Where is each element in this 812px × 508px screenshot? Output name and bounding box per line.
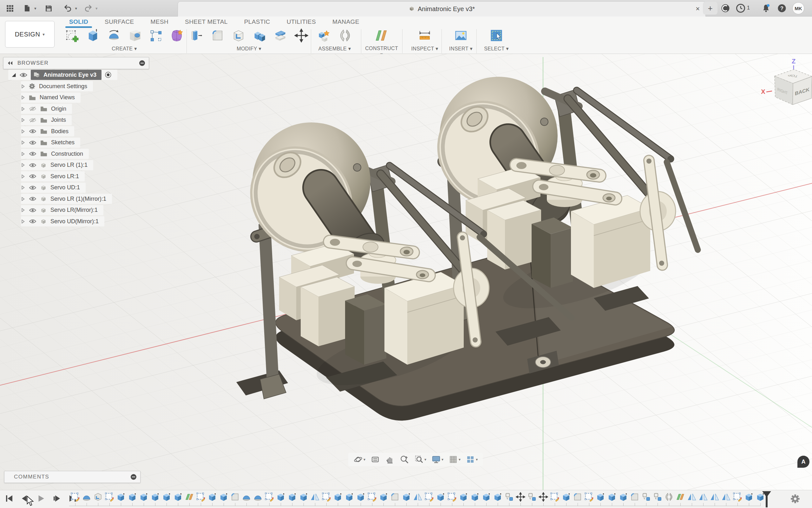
panel-options-icon[interactable] bbox=[139, 60, 145, 66]
timeline-feature-sketch[interactable] bbox=[105, 492, 114, 502]
browser-item-joints[interactable]: Joints bbox=[21, 115, 72, 125]
browser-item-construction[interactable]: Construction bbox=[21, 149, 89, 159]
timeline-feature-fillet[interactable] bbox=[390, 492, 400, 502]
timeline-feature-revolve[interactable] bbox=[253, 492, 262, 502]
ribbon-tab-solid[interactable]: SOLID bbox=[61, 18, 96, 26]
new-component-icon[interactable] bbox=[317, 28, 332, 43]
timeline-feature-copy[interactable] bbox=[653, 492, 662, 502]
timeline-feature-sketch[interactable] bbox=[447, 492, 457, 502]
move-copy-icon[interactable] bbox=[294, 28, 309, 43]
timeline-feature-sketch[interactable] bbox=[424, 492, 434, 502]
nav-orbit-icon[interactable]: ▾ bbox=[352, 455, 367, 464]
measure-icon[interactable] bbox=[417, 28, 432, 43]
timeline-go-to-start-button[interactable] bbox=[4, 493, 14, 504]
collapse-panel-icon[interactable] bbox=[7, 61, 13, 65]
timeline-feature-mirror[interactable] bbox=[710, 492, 719, 502]
timeline-feature-sketch[interactable] bbox=[265, 492, 274, 502]
insert-image-icon[interactable] bbox=[453, 28, 469, 43]
disclosure-triangle-icon[interactable] bbox=[11, 73, 16, 77]
ribbon-tab-mesh[interactable]: MESH bbox=[143, 18, 177, 26]
timeline-feature-extrude[interactable] bbox=[173, 492, 183, 502]
disclosure-triangle-icon[interactable] bbox=[21, 84, 25, 88]
redo-icon[interactable] bbox=[83, 3, 93, 13]
timeline-playhead[interactable] bbox=[760, 491, 774, 508]
timeline-feature-extrude[interactable] bbox=[379, 492, 388, 502]
nav-look-at-icon[interactable] bbox=[369, 455, 382, 464]
timeline-feature-joint[interactable] bbox=[664, 492, 674, 502]
visibility-eye-icon[interactable] bbox=[29, 208, 37, 213]
timeline-feature-move[interactable] bbox=[516, 492, 525, 502]
activate-radio-icon[interactable] bbox=[105, 71, 112, 78]
ribbon-tab-surface[interactable]: SURFACE bbox=[96, 18, 143, 26]
disclosure-triangle-icon[interactable] bbox=[21, 208, 25, 212]
timeline-feature-copy[interactable] bbox=[504, 492, 514, 502]
comments-options-icon[interactable] bbox=[131, 474, 136, 480]
visibility-eye-icon[interactable] bbox=[29, 219, 37, 224]
select-group-label[interactable]: SELECT ▾ bbox=[478, 46, 515, 52]
timeline-feature-extrude[interactable] bbox=[139, 492, 149, 502]
timeline-feature-fillet[interactable] bbox=[573, 492, 582, 502]
timeline-feature-revolve[interactable] bbox=[242, 492, 251, 502]
browser-item-root[interactable]: Animatronic Eye v3 bbox=[8, 70, 117, 80]
disclosure-triangle-icon[interactable] bbox=[21, 152, 25, 156]
timeline-feature-extrude[interactable] bbox=[219, 492, 229, 502]
browser-item-bodies[interactable]: Bodies bbox=[21, 126, 74, 136]
browser-item-named-views[interactable]: Named Views bbox=[21, 93, 81, 103]
ribbon-tab-utilities[interactable]: UTILITIES bbox=[279, 18, 324, 26]
browser-item-origin[interactable]: Origin bbox=[21, 104, 72, 114]
select-icon[interactable] bbox=[489, 28, 504, 43]
timeline-feature-extrude[interactable] bbox=[207, 492, 217, 502]
visibility-eye-icon[interactable] bbox=[29, 118, 37, 123]
browser-item-servo-lr-1[interactable]: Servo LR:1 bbox=[21, 171, 85, 181]
ribbon-tab-plastic[interactable]: PLASTIC bbox=[236, 18, 279, 26]
timeline-feature-extrude[interactable] bbox=[482, 492, 491, 502]
avatar[interactable]: MK bbox=[792, 2, 804, 14]
timeline-feature-sketch[interactable] bbox=[367, 492, 377, 502]
disclosure-triangle-icon[interactable] bbox=[21, 197, 25, 201]
hole-icon[interactable] bbox=[127, 28, 143, 43]
timeline-feature-fillet[interactable] bbox=[630, 492, 640, 502]
inspect-group-label[interactable]: INSPECT ▾ bbox=[407, 46, 443, 52]
timeline-feature-extrude[interactable] bbox=[150, 492, 160, 502]
nav-grid-settings-icon[interactable]: ▾ bbox=[447, 455, 462, 464]
timeline-settings-gear-icon[interactable] bbox=[790, 494, 800, 505]
timeline-feature-mirror[interactable] bbox=[310, 492, 320, 502]
disclosure-triangle-icon[interactable] bbox=[21, 107, 25, 111]
timeline-feature-extrude[interactable] bbox=[162, 492, 171, 502]
extensions-icon[interactable] bbox=[719, 3, 731, 14]
timeline-feature-extrude[interactable] bbox=[607, 492, 617, 502]
notifications-bell-icon[interactable] bbox=[760, 3, 772, 14]
construct-plane-icon[interactable] bbox=[374, 28, 389, 43]
document-tab[interactable]: Animatronic Eye v3* × bbox=[177, 1, 706, 16]
timeline-feature-extrude[interactable] bbox=[299, 492, 308, 502]
timeline-feature-fillet[interactable] bbox=[230, 492, 240, 502]
ribbon-tab-manage[interactable]: MANAGE bbox=[324, 18, 368, 26]
file-menu-icon[interactable] bbox=[22, 3, 32, 13]
insert-group-label[interactable]: INSERT ▾ bbox=[443, 46, 479, 52]
nav-zoom-icon[interactable] bbox=[398, 455, 411, 464]
browser-item-servo-lr-1-mirror-1[interactable]: Servo LR (1)(Mirror):1 bbox=[21, 194, 112, 204]
nav-display-settings-icon[interactable]: ▾ bbox=[430, 455, 445, 464]
create-sketch-icon[interactable] bbox=[65, 28, 80, 43]
timeline-feature-extrude[interactable] bbox=[470, 492, 480, 502]
save-icon[interactable] bbox=[43, 3, 54, 13]
browser-header[interactable]: BROWSER bbox=[3, 57, 149, 69]
timeline-feature-sketch[interactable] bbox=[733, 492, 742, 502]
create-form-icon[interactable] bbox=[169, 28, 184, 43]
split-body-icon[interactable] bbox=[273, 28, 288, 43]
timeline-play-button[interactable] bbox=[36, 493, 46, 504]
nav-viewports-icon[interactable]: ▾ bbox=[464, 455, 480, 464]
visibility-eye-icon[interactable] bbox=[19, 72, 28, 78]
undo-icon[interactable] bbox=[63, 3, 73, 13]
timeline-feature-sketch[interactable] bbox=[584, 492, 594, 502]
timeline-feature-plane[interactable] bbox=[185, 492, 194, 502]
disclosure-triangle-icon[interactable] bbox=[21, 163, 25, 167]
timeline-feature-revolve[interactable] bbox=[82, 492, 91, 502]
timeline-feature-extrude[interactable] bbox=[344, 492, 354, 502]
timeline-feature-plane[interactable] bbox=[676, 492, 685, 502]
timeline-feature-extrude[interactable] bbox=[333, 492, 342, 502]
timeline-feature-extrude[interactable] bbox=[287, 492, 297, 502]
nav-zoom-window-icon[interactable]: ▾ bbox=[412, 455, 428, 464]
timeline-feature-mirror[interactable] bbox=[413, 492, 422, 502]
disclosure-triangle-icon[interactable] bbox=[21, 95, 25, 99]
